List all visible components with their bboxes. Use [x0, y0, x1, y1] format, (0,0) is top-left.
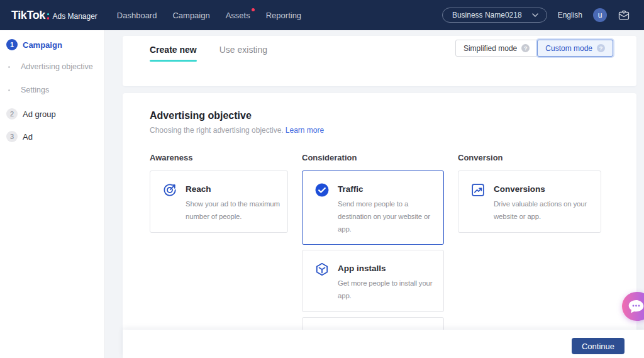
create-campaign-tabs-card: Create new Use existing Simplified mode … [123, 36, 636, 86]
nav-item-campaign[interactable]: Campaign [172, 8, 209, 23]
step-label: Campaign [23, 40, 62, 50]
section-subtitle: Choosing the right advertising objective… [150, 126, 324, 135]
step-number-2: 2 [6, 108, 18, 120]
column-header: Awareness [150, 153, 288, 162]
business-selector[interactable]: Business Name0218 [442, 8, 547, 23]
custom-mode-button[interactable]: Custom mode [537, 40, 613, 57]
language-selector[interactable]: English [558, 11, 582, 20]
objective-card-app-installs[interactable]: App installs Get more people to install … [302, 250, 444, 312]
substep-label: Advertising objective [21, 62, 93, 71]
substep-dot [8, 66, 10, 68]
sidebar-step-campaign[interactable]: 1 Campaign [6, 39, 62, 50]
top-nav: TikTok Ads Manager Dashboard Campaign As… [0, 0, 644, 30]
bottom-action-bar: Continue [123, 330, 644, 358]
objective-columns: Awareness Reach Show your ad to the maxi… [150, 153, 601, 358]
conversions-icon [470, 182, 486, 198]
column-conversion: Conversion Conversions Drive valuable ac… [458, 153, 601, 238]
help-icon[interactable] [521, 44, 530, 52]
tab-use-existing[interactable]: Use existing [219, 45, 267, 62]
tiktok-wordmark: TikTok [11, 9, 45, 22]
simplified-mode-button[interactable]: Simplified mode [455, 40, 538, 57]
steps-sidebar: 1 Campaign Advertising objective Setting… [0, 30, 105, 358]
chat-bubble-icon [628, 299, 644, 314]
sidebar-substep-settings[interactable]: Settings [8, 86, 49, 94]
notification-dot [252, 8, 255, 11]
objective-card-reach[interactable]: Reach Show your ad to the maximum number… [150, 171, 288, 233]
tiktok-logo[interactable]: TikTok Ads Manager [11, 9, 97, 22]
sidebar-step-ad[interactable]: 3 Ad [6, 131, 33, 142]
nav-item-reporting[interactable]: Reporting [266, 8, 301, 23]
tiktok-colon-icon [47, 13, 50, 20]
step-label: Ad [23, 132, 33, 142]
column-consideration: Consideration Traffic Send more people t… [302, 153, 444, 358]
column-awareness: Awareness Reach Show your ad to the maxi… [150, 153, 288, 238]
sidebar-substep-advertising-objective[interactable]: Advertising objective [8, 62, 93, 71]
reach-icon [162, 182, 177, 198]
help-icon[interactable] [597, 44, 605, 52]
column-header: Consideration [302, 153, 444, 162]
primary-nav: Dashboard Campaign Assets Reporting [117, 8, 301, 23]
nav-item-dashboard[interactable]: Dashboard [117, 8, 157, 23]
nav-item-assets[interactable]: Assets [226, 8, 250, 23]
step-number-3: 3 [6, 131, 18, 142]
objective-card-body: Conversions Drive valuable actions on yo… [494, 182, 597, 223]
tab-bar: Create new Use existing [150, 45, 267, 62]
objective-card-body: Traffic Send more people to a destinatio… [338, 182, 440, 235]
step-label: Ad group [23, 109, 56, 119]
objective-card-body: App installs Get more people to install … [338, 262, 440, 303]
substep-label: Settings [21, 86, 49, 94]
step-number-1: 1 [6, 39, 18, 50]
chevron-down-icon [532, 13, 538, 17]
app-installs-icon [314, 262, 330, 277]
objective-card-conversions[interactable]: Conversions Drive valuable actions on yo… [458, 171, 601, 233]
avatar[interactable]: u [593, 8, 607, 22]
main-content: Create new Use existing Simplified mode … [105, 30, 644, 358]
substep-dot [8, 89, 10, 91]
column-header: Conversion [458, 153, 601, 162]
mode-toggle: Simplified mode Custom mode [455, 40, 613, 57]
business-selector-label: Business Name0218 [452, 11, 522, 20]
sidebar-step-ad-group[interactable]: 2 Ad group [6, 108, 56, 120]
objective-card-body: Reach Show your ad to the maximum number… [186, 182, 284, 223]
section-title: Advertising objective [150, 110, 252, 121]
advertising-objective-card: Advertising objective Choosing the right… [123, 93, 636, 358]
product-name: Ads Manager [52, 12, 97, 21]
learn-more-link[interactable]: Learn more [286, 126, 324, 135]
business-center-icon[interactable] [618, 9, 630, 21]
traffic-icon [314, 182, 330, 198]
continue-button[interactable]: Continue [572, 338, 625, 354]
nav-right-controls: Business Name0218 English u [442, 8, 630, 23]
objective-card-traffic[interactable]: Traffic Send more people to a destinatio… [302, 171, 444, 245]
tab-create-new[interactable]: Create new [150, 45, 197, 62]
